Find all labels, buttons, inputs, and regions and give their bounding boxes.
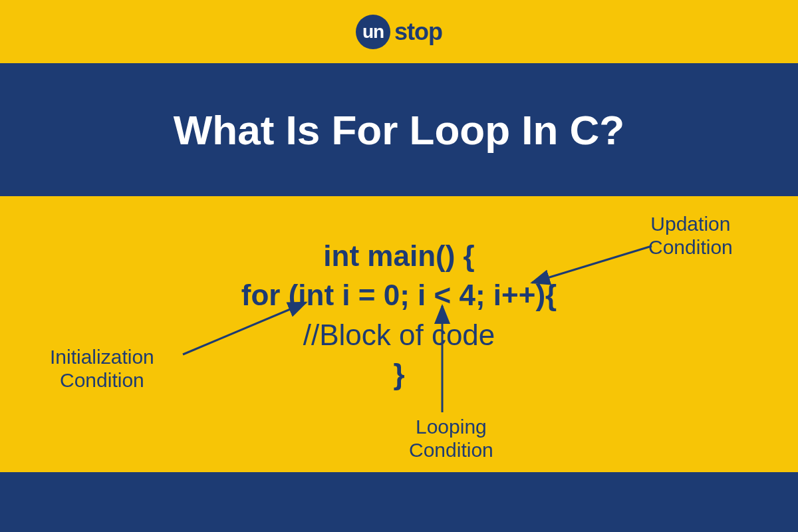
- brand-logo: un stop: [356, 15, 442, 49]
- brand-text: stop: [394, 18, 442, 46]
- annotation-initialization: InitializationCondition: [50, 346, 154, 392]
- brand-badge: un: [356, 15, 390, 49]
- annotation-looping: LoopingCondition: [409, 416, 493, 462]
- annotation-updation: UpdationCondition: [648, 213, 733, 259]
- footer-band: [0, 472, 798, 532]
- code-line-2: for (int i = 0; i < 4; i++){: [0, 275, 798, 315]
- code-band: int main() { for (int i = 0; i < 4; i++)…: [0, 196, 798, 472]
- header-band: un stop: [0, 0, 798, 63]
- title-band: What Is For Loop In C?: [0, 63, 798, 196]
- page-title: What Is For Loop In C?: [174, 106, 624, 154]
